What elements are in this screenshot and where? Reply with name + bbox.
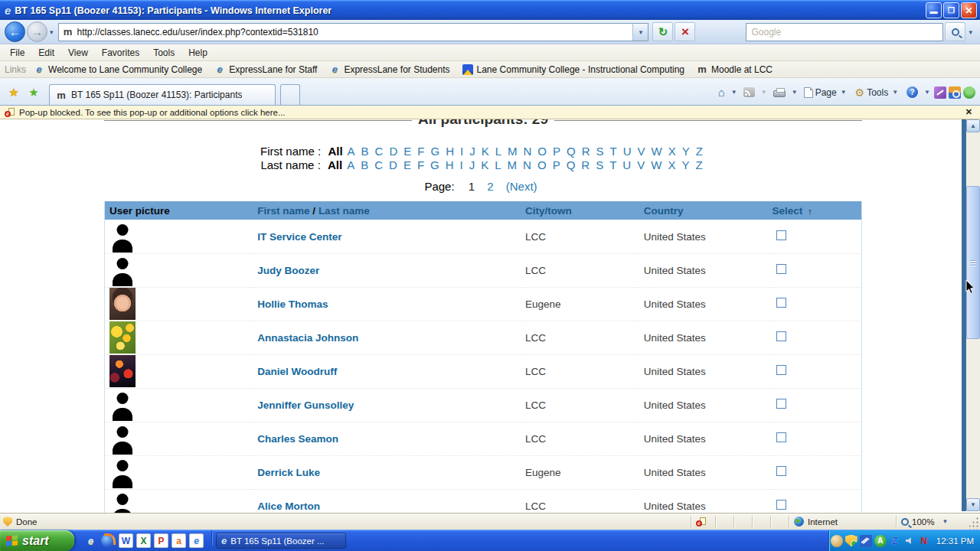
first-name-letter-B[interactable]: B [361,145,369,158]
tab-active[interactable]: BT 165 Sp11 (Boozer 41153): Participants [49,84,276,105]
user-picture[interactable] [109,288,136,320]
first-name-letter-J[interactable]: J [469,145,475,158]
first-name-letter-F[interactable]: F [417,145,424,158]
sort-ascending-icon[interactable]: ↑ [808,207,812,216]
participant-name-link[interactable]: Jenniffer Gunsolley [257,399,354,411]
participant-name-link[interactable]: Daniel Woodruff [257,366,337,377]
participant-name-link[interactable]: Judy Boozer [257,265,319,276]
participant-name-link[interactable]: Charles Seamon [257,433,338,445]
refresh-button[interactable]: ↻ [652,22,673,41]
links-bar-item[interactable]: ExpressLane for Staff [214,64,317,75]
user-picture[interactable] [109,254,136,286]
start-button[interactable]: start [0,530,74,551]
first-name-letter-N[interactable]: N [524,145,532,158]
first-name-letter-A[interactable]: A [348,145,355,158]
menu-file[interactable]: File [3,46,31,60]
first-name-letter-Y[interactable]: Y [682,145,690,158]
first-name-letter-G[interactable]: G [430,145,439,158]
last-name-letter-U[interactable]: U [622,158,631,171]
first-name-letter-T[interactable]: T [610,145,617,158]
last-name-all-link[interactable]: All [328,158,342,171]
last-name-letter-E[interactable]: E [403,158,411,171]
security-shield-tray-icon[interactable] [845,535,858,547]
first-name-letter-R[interactable]: R [582,145,590,158]
menu-favorites[interactable]: Favorites [95,46,146,60]
last-name-letter-Q[interactable]: Q [567,158,576,171]
tools-menu-button[interactable]: ⚙ Tools ▼ [853,85,903,100]
last-name-letter-P[interactable]: P [553,158,560,171]
select-checkbox[interactable] [776,466,786,476]
minimize-button[interactable]: ▬ [926,2,942,18]
links-bar-item[interactable]: ExpressLane for Students [329,64,449,75]
menu-edit[interactable]: Edit [31,46,61,60]
messenger-buddy-icon[interactable] [963,86,975,99]
participant-name-link[interactable]: Derrick Luke [257,467,320,478]
last-name-letter-Y[interactable]: Y [681,158,689,171]
first-name-letter-W[interactable]: W [652,145,662,158]
taskbar-active-task[interactable]: e BT 165 Sp11 (Boozer ... [216,533,346,549]
first-name-letter-O[interactable]: O [537,145,547,158]
antivirus-tray-icon[interactable] [874,535,887,547]
back-button[interactable]: ← [5,21,25,42]
infobar-close-icon[interactable]: ✕ [962,107,975,117]
first-name-letter-H[interactable]: H [446,145,454,158]
last-name-letter-M[interactable]: M [508,158,518,171]
last-name-letter-S[interactable]: S [596,158,603,171]
user-picture[interactable] [109,389,136,421]
z-app-tray-icon[interactable] [889,535,901,547]
header-select-link[interactable]: Select [773,205,803,217]
excel-icon[interactable] [136,533,151,548]
last-name-letter-J[interactable]: J [469,158,475,171]
user-picture[interactable] [109,355,136,387]
restore-button[interactable]: ❐ [943,2,959,18]
print-caret-icon[interactable]: ▼ [790,89,799,96]
firefox-icon[interactable] [101,533,116,548]
close-button[interactable]: ✕ [961,2,977,18]
help-caret-icon[interactable]: ▼ [923,89,932,96]
security-zone[interactable]: Internet [789,516,896,528]
key-tray-icon[interactable] [860,535,872,547]
zoom-caret-icon[interactable]: ▼ [940,518,949,525]
page-menu-button[interactable]: Page ▼ [802,86,851,99]
last-name-letter-F[interactable]: F [417,158,424,171]
search-button[interactable] [945,22,965,41]
header-city-link[interactable]: City/town [525,205,572,217]
outlook-express-icon[interactable] [189,533,204,548]
address-dropdown-icon[interactable]: ▾ [632,24,648,41]
new-tab-button[interactable] [280,84,300,105]
last-name-letter-I[interactable]: I [460,158,463,171]
first-name-all-link[interactable]: All [328,145,342,158]
select-checkbox[interactable] [776,365,786,375]
print-button[interactable] [771,86,788,99]
zoom-control[interactable]: 100% ▼ [896,516,966,528]
feeds-button[interactable] [741,86,757,99]
research-tool-icon[interactable] [949,86,961,99]
first-name-letter-E[interactable]: E [403,145,411,158]
select-checkbox[interactable] [776,298,786,308]
vertical-scrollbar[interactable]: ▲ ▼ [966,119,980,511]
select-checkbox[interactable] [776,230,786,240]
favorites-center-button[interactable]: ★ [5,83,23,102]
last-name-letter-N[interactable]: N [523,158,531,171]
first-name-letter-M[interactable]: M [508,145,518,158]
last-name-letter-G[interactable]: G [430,158,439,171]
stop-button[interactable]: × [675,22,695,41]
participant-name-link[interactable]: Hollie Thomas [257,298,328,310]
volume-tray-icon[interactable] [903,535,916,547]
help-button[interactable]: ? [904,85,920,99]
first-name-letter-Q[interactable]: Q [567,145,576,158]
participant-name-link[interactable]: IT Service Center [257,231,341,243]
last-name-letter-H[interactable]: H [446,158,454,171]
first-name-letter-Z[interactable]: Z [696,145,703,158]
last-name-letter-B[interactable]: B [361,158,368,171]
last-name-letter-K[interactable]: K [481,158,488,171]
powerpoint-icon[interactable] [154,533,168,548]
first-name-letter-L[interactable]: L [495,145,501,158]
header-last-name-link[interactable]: Last name [318,205,370,217]
scroll-down-icon[interactable]: ▼ [966,498,980,511]
access-icon[interactable] [172,533,186,548]
first-name-letter-X[interactable]: X [668,145,676,158]
first-name-letter-U[interactable]: U [623,145,632,158]
user-picture[interactable] [109,490,136,513]
links-bar-item[interactable]: Moodle at LCC [697,64,773,75]
